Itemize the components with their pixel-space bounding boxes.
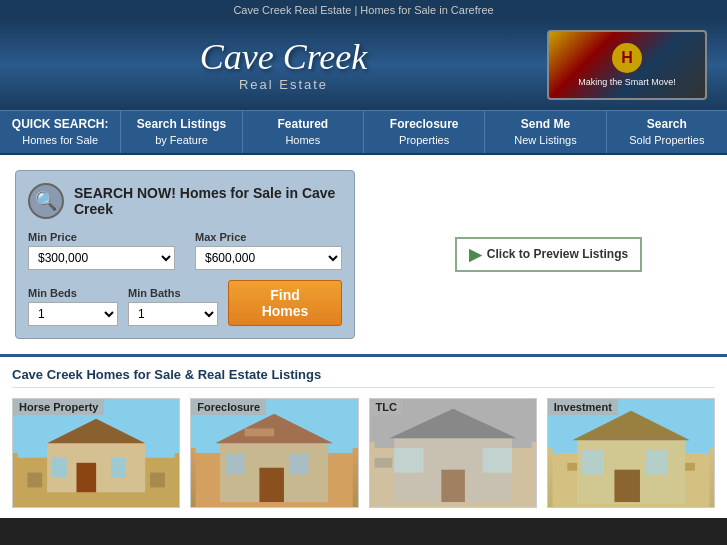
- nav-sold-main: Search: [611, 117, 723, 133]
- search-box: 🔍 SEARCH NOW! Homes for Sale in Cave Cre…: [15, 170, 355, 339]
- min-baths-select[interactable]: 1 2 3 4: [128, 302, 218, 326]
- logo-area: Cave Creek Real Estate: [20, 39, 547, 92]
- min-price-field: Min Price $100,000 $200,000 $300,000 $40…: [28, 231, 175, 270]
- min-price-select[interactable]: $100,000 $200,000 $300,000 $400,000 $500…: [28, 246, 175, 270]
- nav-foreclosure-main: Foreclosure: [368, 117, 480, 133]
- nav-foreclosure-sub: Properties: [368, 133, 480, 147]
- nav-featured-homes-sub: Homes: [247, 133, 359, 147]
- find-homes-button[interactable]: Find Homes: [228, 280, 342, 326]
- min-beds-label: Min Beds: [28, 287, 118, 299]
- min-baths-field: Min Baths 1 2 3 4: [128, 287, 218, 326]
- price-row: Min Price $100,000 $200,000 $300,000 $40…: [28, 231, 342, 270]
- listing-card-foreclosure[interactable]: Foreclosure: [190, 398, 358, 508]
- nav-quick-search-sub: Homes for Sale: [4, 133, 116, 147]
- svg-rect-15: [225, 453, 245, 475]
- svg-rect-5: [111, 458, 126, 478]
- search-header: 🔍 SEARCH NOW! Homes for Sale in Cave Cre…: [28, 183, 342, 219]
- nav-foreclosure[interactable]: Foreclosure Properties: [364, 111, 485, 153]
- svg-rect-29: [614, 470, 640, 502]
- svg-rect-6: [52, 458, 67, 478]
- svg-rect-32: [567, 463, 577, 471]
- min-beds-select[interactable]: 1 2 3 4 5: [28, 302, 118, 326]
- listings-grid: Horse Property Foreclosure: [12, 398, 715, 508]
- nav-featured-homes-main: Featured: [247, 117, 359, 133]
- svg-rect-24: [374, 458, 392, 468]
- logo-subtitle: Real Estate: [20, 77, 547, 92]
- min-beds-field: Min Beds 1 2 3 4 5: [28, 287, 118, 326]
- right-panel: ▶ Click to Preview Listings: [370, 155, 727, 354]
- svg-rect-23: [482, 448, 511, 473]
- listing-label-investment: Investment: [548, 399, 618, 415]
- preview-btn-label: Click to Preview Listings: [487, 247, 628, 261]
- top-bar-text: Cave Creek Real Estate | Homes for Sale …: [233, 4, 493, 16]
- search-icon: 🔍: [28, 183, 64, 219]
- svg-rect-13: [260, 468, 285, 502]
- nav-search-listings[interactable]: Search Listings by Feature: [121, 111, 242, 153]
- nav-sold-sub: Sold Properties: [611, 133, 723, 147]
- listings-section: Cave Creek Homes for Sale & Real Estate …: [0, 354, 727, 518]
- listing-card-horse[interactable]: Horse Property: [12, 398, 180, 508]
- listing-image-tlc: [370, 399, 536, 507]
- nav-sold-properties[interactable]: Search Sold Properties: [607, 111, 727, 153]
- beds-baths-row: Min Beds 1 2 3 4 5 Min Baths 1 2 3: [28, 280, 342, 326]
- listing-image-horse: [13, 399, 179, 507]
- top-bar: Cave Creek Real Estate | Homes for Sale …: [0, 0, 727, 20]
- svg-rect-31: [582, 450, 604, 475]
- svg-rect-22: [394, 448, 423, 473]
- max-price-label: Max Price: [195, 231, 342, 243]
- nav-search-listings-sub: by Feature: [125, 133, 237, 147]
- preview-arrow-icon: ▶: [469, 245, 481, 264]
- header: Cave Creek Real Estate H Making the Smar…: [0, 20, 727, 110]
- svg-rect-21: [441, 470, 465, 502]
- listing-label-tlc: TLC: [370, 399, 403, 415]
- svg-rect-33: [685, 463, 695, 471]
- min-baths-label: Min Baths: [128, 287, 218, 299]
- search-panel: 🔍 SEARCH NOW! Homes for Sale in Cave Cre…: [0, 155, 370, 354]
- listing-card-investment[interactable]: Investment: [547, 398, 715, 508]
- svg-rect-4: [76, 463, 96, 492]
- nav-quick-search[interactable]: QUICK SEARCH: Homes for Sale: [0, 111, 121, 153]
- svg-rect-30: [646, 450, 668, 475]
- nav-search-listings-main: Search Listings: [125, 117, 237, 133]
- badge-icon: H: [612, 43, 642, 73]
- badge-inner: H Making the Smart Move!: [574, 39, 680, 91]
- svg-rect-8: [150, 473, 165, 488]
- badge-tagline: Making the Smart Move!: [578, 77, 676, 87]
- svg-rect-14: [289, 453, 309, 475]
- main-content: 🔍 SEARCH NOW! Homes for Sale in Cave Cre…: [0, 155, 727, 354]
- nav-featured-homes[interactable]: Featured Homes: [243, 111, 364, 153]
- listing-image-investment: [548, 399, 714, 507]
- logo-text: Cave Creek: [20, 39, 547, 75]
- nav-new-listings-sub: New Listings: [489, 133, 601, 147]
- min-price-label: Min Price: [28, 231, 175, 243]
- listings-title: Cave Creek Homes for Sale & Real Estate …: [12, 367, 715, 388]
- navigation: QUICK SEARCH: Homes for Sale Search List…: [0, 110, 727, 155]
- nav-new-listings[interactable]: Send Me New Listings: [485, 111, 606, 153]
- svg-rect-16: [245, 428, 274, 436]
- listing-label-horse: Horse Property: [13, 399, 104, 415]
- max-price-field: Max Price $100,000 $200,000 $300,000 $40…: [195, 231, 342, 270]
- nav-quick-search-main: QUICK SEARCH:: [4, 117, 116, 133]
- nav-new-listings-main: Send Me: [489, 117, 601, 133]
- listing-card-tlc[interactable]: TLC: [369, 398, 537, 508]
- brand-badge: H Making the Smart Move!: [547, 30, 707, 100]
- search-title: SEARCH NOW! Homes for Sale in Cave Creek: [74, 185, 342, 217]
- listing-image-foreclosure: [191, 399, 357, 507]
- max-price-select[interactable]: $100,000 $200,000 $300,000 $400,000 $500…: [195, 246, 342, 270]
- listing-label-foreclosure: Foreclosure: [191, 399, 266, 415]
- preview-listings-button[interactable]: ▶ Click to Preview Listings: [455, 237, 642, 272]
- svg-rect-7: [27, 473, 42, 488]
